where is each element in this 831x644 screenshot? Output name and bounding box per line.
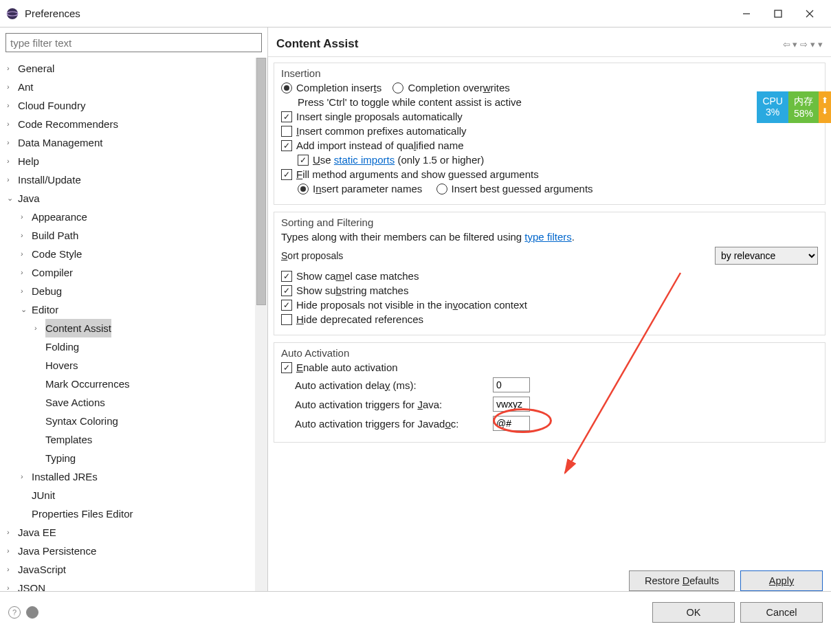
tree-item[interactable]: ›Folding bbox=[7, 337, 251, 356]
chevron-right-icon[interactable]: › bbox=[7, 59, 16, 78]
minimize-button[interactable] bbox=[731, 3, 762, 24]
tree-item[interactable]: ›Appearance bbox=[7, 208, 251, 226]
check-insert-single[interactable] bbox=[281, 111, 292, 122]
chevron-right-icon[interactable]: › bbox=[34, 319, 44, 337]
preferences-tree[interactable]: ›General›Ant›Cloud Foundry›Code Recommen… bbox=[0, 58, 255, 591]
chevron-right-icon[interactable]: › bbox=[7, 560, 16, 579]
tree-item[interactable]: ›Templates bbox=[7, 430, 251, 449]
chevron-down-icon[interactable]: ⌄ bbox=[7, 189, 16, 208]
tree-item[interactable]: ›Code Recommenders bbox=[7, 115, 251, 133]
tree-item-label: Installed JREs bbox=[32, 467, 98, 486]
tree-item[interactable]: ›JavaScript bbox=[7, 560, 251, 579]
tree-item[interactable]: ›Save Actions bbox=[7, 393, 251, 412]
chevron-right-icon[interactable]: › bbox=[21, 282, 30, 300]
mem-label: 内存 bbox=[794, 96, 813, 108]
tree-item[interactable]: ⌄Editor bbox=[7, 300, 251, 319]
chevron-right-icon[interactable]: › bbox=[21, 467, 30, 486]
chevron-right-icon[interactable]: › bbox=[7, 170, 16, 189]
tree-item-label: Syntax Coloring bbox=[45, 412, 118, 430]
tree-item-label: Ant bbox=[18, 78, 34, 96]
chevron-right-icon[interactable]: › bbox=[7, 133, 16, 152]
tree-item[interactable]: ⌄Java bbox=[7, 189, 251, 208]
tree-item[interactable]: ›General bbox=[7, 59, 251, 78]
check-static-imports[interactable] bbox=[298, 155, 309, 166]
tree-item-label: Editor bbox=[32, 300, 58, 319]
import-export-icon[interactable] bbox=[26, 606, 38, 619]
panel-body: CPU 3% 内存 58% ⬆⬇ Insertion Completion in… bbox=[268, 57, 831, 565]
tree-item[interactable]: ›Ant bbox=[7, 78, 251, 96]
link-type-filters[interactable]: type filters bbox=[524, 231, 571, 243]
tree-item-label: Mark Occurrences bbox=[45, 375, 130, 393]
tree-item[interactable]: ›Help bbox=[7, 152, 251, 170]
restore-defaults-button[interactable]: Restore Defaults bbox=[629, 570, 735, 591]
check-camel[interactable] bbox=[281, 271, 292, 282]
chevron-right-icon[interactable]: › bbox=[21, 208, 30, 226]
close-button[interactable] bbox=[794, 3, 826, 24]
chevron-down-icon[interactable]: ⌄ bbox=[21, 300, 30, 319]
tree-item-label: Templates bbox=[45, 430, 92, 449]
label-fill-method: Fill method arguments and show guessed a… bbox=[296, 168, 539, 180]
tree-item[interactable]: ›Content Assist bbox=[7, 319, 251, 337]
label-insert-single: Insert single proposals automatically bbox=[296, 111, 463, 122]
javadoc-triggers-input[interactable] bbox=[493, 416, 530, 431]
tree-item[interactable]: ›Java Persistence bbox=[7, 542, 251, 560]
tree-item[interactable]: ›Typing bbox=[7, 449, 251, 467]
chevron-right-icon[interactable]: › bbox=[7, 96, 16, 115]
ok-button[interactable]: OK bbox=[652, 602, 735, 623]
nav-back-icon[interactable]: ⇦ ▾ bbox=[783, 39, 798, 49]
chevron-right-icon[interactable]: › bbox=[7, 542, 16, 560]
tree-item[interactable]: ›Hovers bbox=[7, 356, 251, 375]
tree-item[interactable]: ›Install/Update bbox=[7, 170, 251, 189]
tree-item[interactable]: ›Syntax Coloring bbox=[7, 412, 251, 430]
check-add-import[interactable] bbox=[281, 140, 292, 151]
tree-item[interactable]: ›Installed JREs bbox=[7, 467, 251, 486]
radio-best-guessed[interactable] bbox=[436, 184, 447, 195]
help-icon[interactable]: ? bbox=[8, 606, 21, 619]
chevron-right-icon[interactable]: › bbox=[21, 245, 30, 263]
tree-item[interactable]: ›JUnit bbox=[7, 486, 251, 504]
delay-input[interactable] bbox=[493, 377, 530, 392]
tree-item[interactable]: ›Compiler bbox=[7, 263, 251, 282]
radio-completion-inserts[interactable] bbox=[281, 82, 292, 93]
chevron-right-icon[interactable]: › bbox=[21, 226, 30, 245]
nav-forward-icon[interactable]: ⇨ ▾ bbox=[800, 39, 815, 49]
check-substring[interactable] bbox=[281, 285, 292, 296]
chevron-right-icon[interactable]: › bbox=[7, 115, 16, 133]
tree-item[interactable]: ›Build Path bbox=[7, 226, 251, 245]
tree-item[interactable]: ›Cloud Foundry bbox=[7, 96, 251, 115]
link-static-imports[interactable]: static imports bbox=[334, 154, 395, 166]
content-panel: Content Assist ⇦ ▾ ⇨ ▾ ▾ CPU 3% 内存 58% ⬆… bbox=[268, 27, 831, 591]
check-enable-auto[interactable] bbox=[281, 362, 292, 373]
insertion-title: Insertion bbox=[281, 67, 818, 79]
check-hide-invisible[interactable] bbox=[281, 300, 292, 311]
radio-insert-param-names[interactable] bbox=[298, 184, 309, 195]
chevron-right-icon[interactable]: › bbox=[7, 523, 16, 542]
tree-item[interactable]: ›JSON bbox=[7, 579, 251, 591]
chevron-right-icon[interactable]: › bbox=[21, 263, 30, 282]
label-camel: Show camel case matches bbox=[296, 270, 419, 282]
check-insert-common[interactable] bbox=[281, 126, 292, 137]
tree-item-label: Hovers bbox=[45, 356, 78, 375]
tree-item[interactable]: ›Properties Files Editor bbox=[7, 504, 251, 523]
javadoc-triggers-label: Auto activation triggers for Javadoc: bbox=[281, 418, 487, 430]
chevron-right-icon[interactable]: › bbox=[7, 152, 16, 170]
filter-input[interactable] bbox=[5, 33, 262, 52]
nav-menu-icon[interactable]: ▾ bbox=[818, 39, 823, 49]
chevron-right-icon[interactable]: › bbox=[7, 78, 16, 96]
check-hide-deprecated[interactable] bbox=[281, 314, 292, 325]
radio-completion-overwrites[interactable] bbox=[392, 82, 403, 93]
chevron-right-icon[interactable]: › bbox=[7, 579, 16, 591]
tree-item[interactable]: ›Debug bbox=[7, 282, 251, 300]
maximize-button[interactable] bbox=[762, 3, 794, 24]
tree-item[interactable]: ›Java EE bbox=[7, 523, 251, 542]
sort-select[interactable]: by relevance bbox=[715, 247, 818, 265]
cancel-button[interactable]: Cancel bbox=[740, 602, 823, 623]
java-triggers-input[interactable] bbox=[493, 397, 530, 412]
tree-item[interactable]: ›Data Management bbox=[7, 133, 251, 152]
tree-scrollbar[interactable] bbox=[255, 58, 267, 591]
check-fill-method[interactable] bbox=[281, 169, 292, 180]
page-title: Content Assist bbox=[276, 37, 783, 51]
tree-item[interactable]: ›Code Style bbox=[7, 245, 251, 263]
apply-button[interactable]: Apply bbox=[740, 570, 823, 591]
tree-item[interactable]: ›Mark Occurrences bbox=[7, 375, 251, 393]
